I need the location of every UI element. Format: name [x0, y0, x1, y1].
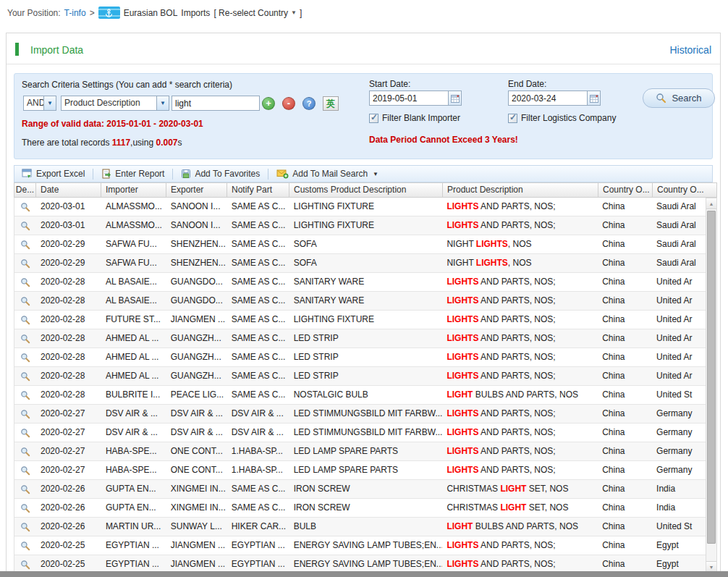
row-detail-button[interactable]	[14, 292, 36, 310]
column-header-detail[interactable]: De...	[14, 183, 35, 197]
cell-customs-description: IRON SCREW	[289, 499, 443, 517]
reselect-country-button[interactable]: [ Re-select Country ▼ ]	[213, 8, 302, 18]
scrollbar-thumb[interactable]	[707, 211, 716, 544]
row-detail-button[interactable]	[14, 499, 36, 517]
horizontal-scrollbar[interactable]	[0, 571, 728, 577]
cell-notify-party: SAME AS C...	[227, 329, 289, 348]
column-header-country-origin[interactable]: Country O...	[598, 183, 652, 197]
language-toggle-button[interactable]: 英	[323, 96, 339, 111]
cell-customs-description: LED STRIP	[289, 329, 443, 348]
table-row[interactable]: 2020-02-26 MARTIN UR... SUNWAY L... HIKE…	[14, 518, 706, 536]
table-row[interactable]: 2020-02-26 GUPTA EN... XINGMEI IN... SAM…	[14, 480, 706, 499]
magnifier-icon	[20, 409, 30, 419]
row-detail-button[interactable]	[14, 555, 36, 573]
row-detail-button[interactable]	[14, 424, 36, 442]
add-to-favorites-button[interactable]: Add To Favorites	[178, 169, 263, 179]
keyword-input[interactable]	[172, 96, 260, 111]
help-button[interactable]: ?	[302, 97, 316, 110]
search-button[interactable]: Search	[643, 88, 715, 108]
cell-country-destination: India	[652, 480, 706, 498]
calendar-icon[interactable]	[587, 90, 601, 106]
table-row[interactable]: 2020-02-27 HABA-SPE... ONE CONT... 1.HAB…	[14, 442, 706, 461]
cell-country-origin: China	[598, 518, 652, 536]
checkbox-checked-icon[interactable]: ✓	[508, 114, 517, 123]
historical-link[interactable]: Historical	[669, 44, 711, 56]
row-detail-button[interactable]	[14, 329, 36, 348]
cell-date: 2020-02-27	[36, 424, 101, 442]
row-detail-button[interactable]	[14, 311, 36, 329]
magnifier-icon	[20, 484, 30, 494]
add-criteria-button[interactable]: +	[262, 97, 275, 110]
table-row[interactable]: 2020-02-27 DSV AIR & ... DSV AIR & ... D…	[14, 405, 706, 424]
vertical-scrollbar[interactable]: ▲ ▼	[706, 198, 717, 573]
column-header-date[interactable]: Date	[35, 183, 101, 197]
table-row[interactable]: 2020-02-28 AHMED AL ... GUANGZH... SAME …	[14, 367, 706, 386]
cell-date: 2020-02-28	[36, 367, 101, 385]
combo-arrow-icon[interactable]: ▼	[156, 96, 169, 110]
table-row[interactable]: 2020-02-28 AHMED AL ... GUANGZH... SAME …	[14, 348, 706, 367]
bool-operator-select[interactable]: AND ▼	[23, 96, 56, 111]
filter-blank-importer-checkbox[interactable]: ✓ Filter Blank Importer	[369, 113, 460, 123]
cell-date: 2020-02-28	[36, 386, 101, 404]
table-row[interactable]: 2020-02-29 SAFWA FU... SHENZHEN... SAME …	[14, 254, 706, 273]
row-detail-button[interactable]	[14, 198, 36, 216]
remove-criteria-button[interactable]: -	[282, 97, 295, 110]
end-date-input[interactable]	[508, 90, 587, 106]
row-detail-button[interactable]	[14, 461, 36, 479]
table-row[interactable]: 2020-02-28 BULBRITE I... PEACE LIG... SA…	[14, 386, 706, 405]
row-detail-button[interactable]	[14, 216, 36, 235]
cell-product-description: LIGHT BULBS AND PARTS, NOS	[442, 518, 598, 536]
scroll-down-button[interactable]: ▼	[706, 561, 716, 572]
table-row[interactable]: 2020-02-28 AL BASAIE... GUANGDO... SAME …	[14, 292, 706, 311]
table-row[interactable]: 2020-03-01 ALMASSMO... SANOON I... SAME …	[14, 198, 706, 216]
table-row[interactable]: 2020-02-28 AL BASAIE... GUANGDO... SAME …	[14, 273, 706, 292]
calendar-icon[interactable]	[448, 90, 462, 106]
row-detail-button[interactable]	[14, 235, 36, 253]
title-accent-bar	[15, 43, 19, 56]
row-detail-button[interactable]	[14, 536, 36, 555]
row-detail-button[interactable]	[14, 480, 36, 498]
row-detail-button[interactable]	[14, 405, 36, 423]
row-detail-button[interactable]	[14, 273, 36, 291]
end-date-field	[508, 90, 601, 106]
add-to-mail-search-button[interactable]: Add To Mail Search ▼	[274, 169, 381, 179]
table-row[interactable]: 2020-02-28 FUTURE ST... JIANGMEN ... SAM…	[14, 311, 706, 329]
column-header-customs-description[interactable]: Customs Product Description	[289, 183, 442, 197]
combo-arrow-icon[interactable]: ▼	[43, 96, 56, 110]
column-header-notify-party[interactable]: Notify Part	[227, 183, 289, 197]
table-row[interactable]: 2020-03-01 ALMASSMO... SANOON I... SAME …	[14, 216, 706, 235]
row-detail-button[interactable]	[14, 386, 36, 404]
breadcrumb-link-tinfo[interactable]: T-info	[64, 8, 86, 18]
scroll-up-button[interactable]: ▲	[706, 198, 716, 209]
table-row[interactable]: 2020-02-26 GUPTA EN... XINGMEI IN... SAM…	[14, 499, 706, 518]
filter-logistics-company-checkbox[interactable]: ✓ Filter Logistics Company	[508, 113, 616, 123]
cell-country-destination: United St	[652, 386, 706, 404]
cell-country-destination: United Ar	[652, 292, 706, 310]
cell-date: 2020-02-27	[36, 442, 101, 460]
row-detail-button[interactable]	[14, 348, 36, 366]
cell-product-description: CHRISTMAS LIGHT SET, NOS	[442, 480, 598, 498]
search-field-select[interactable]: Product Description ▼	[61, 96, 169, 111]
cell-importer: DSV AIR & ...	[101, 405, 166, 423]
checkbox-checked-icon[interactable]: ✓	[369, 114, 378, 123]
table-row[interactable]: 2020-02-28 AHMED AL ... GUANGZH... SAME …	[14, 329, 706, 348]
row-detail-button[interactable]	[14, 254, 36, 272]
start-date-input[interactable]	[369, 90, 448, 106]
row-detail-button[interactable]	[14, 518, 36, 536]
row-detail-button[interactable]	[14, 367, 36, 385]
column-header-country-destination[interactable]: Country O...	[652, 183, 706, 197]
cell-exporter: SANOON I...	[166, 198, 227, 216]
row-detail-button[interactable]	[14, 442, 36, 460]
column-header-product-description[interactable]: Product Description	[442, 183, 598, 197]
table-row[interactable]: 2020-02-29 SAFWA FU... SHENZHEN... SAME …	[14, 235, 706, 254]
cell-product-description: LIGHTS AND PARTS, NOS;	[442, 424, 598, 442]
table-row[interactable]: 2020-02-27 HABA-SPE... ONE CONT... 1.HAB…	[14, 461, 706, 480]
table-row[interactable]: 2020-02-25 EGYPTIAN ... JIANGMEN ... EGY…	[14, 536, 706, 555]
table-row[interactable]: 2020-02-27 DSV AIR & ... DSV AIR & ... D…	[14, 424, 706, 442]
enter-report-button[interactable]: Enter Report	[98, 169, 167, 179]
column-header-importer[interactable]: Importer	[101, 183, 166, 197]
export-excel-button[interactable]: Export Excel	[19, 169, 88, 179]
column-header-exporter[interactable]: Exporter	[166, 183, 227, 197]
cell-country-origin: China	[598, 555, 652, 573]
table-row[interactable]: 2020-02-25 EGYPTIAN ... JIANGMEN ... EGY…	[14, 555, 706, 573]
